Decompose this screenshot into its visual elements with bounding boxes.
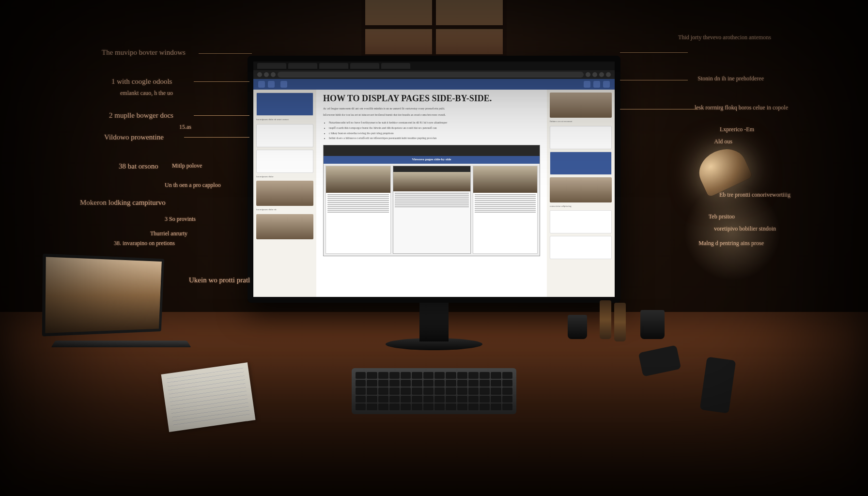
- sidebar-card[interactable]: [256, 150, 313, 173]
- laptop-base: [51, 341, 191, 347]
- pen-cup: [568, 315, 587, 339]
- sidebar-card[interactable]: [550, 236, 612, 259]
- extension-icon[interactable]: [586, 72, 590, 77]
- callout-label: lesk rorrnirg flokq boros celue in copol…: [695, 104, 788, 111]
- callout-label: Malng d pentring ains prose: [698, 240, 764, 247]
- lamp-glow: [684, 184, 781, 281]
- callout-label: Vildowo prowentine: [104, 133, 164, 141]
- callout-label: emlankt cauo, h the uo: [120, 90, 173, 97]
- site-toolbar: [253, 79, 615, 90]
- keyboard: document.write(Array(70).fill('<div clas…: [352, 368, 516, 414]
- extension-icon[interactable]: [599, 72, 604, 77]
- sidebar-thumbnail[interactable]: [550, 177, 612, 202]
- sidebar-thumbnail[interactable]: [550, 93, 612, 118]
- browser-tab[interactable]: [350, 63, 379, 69]
- article-main: HOW TO DISPLAY PAGES SIDE-BY-SIDE. Ac ad…: [316, 90, 547, 297]
- callout-label: Eb tre prontti conorivewortiiig: [719, 191, 790, 199]
- extension-icon[interactable]: [592, 72, 597, 77]
- toolbar-button[interactable]: [280, 81, 287, 88]
- sidebar-card[interactable]: [550, 126, 612, 149]
- browser-tab[interactable]: [381, 63, 410, 69]
- sidebar-card[interactable]: [550, 152, 612, 175]
- sidebar-text: loremipsum dolor: [256, 175, 313, 179]
- sidebar-card[interactable]: [256, 124, 313, 147]
- callout-label: Thid jorty thevevo arothecion antemons: [678, 34, 771, 41]
- callout-label: Lxprerico -Em: [720, 126, 754, 133]
- article-paragraph: Isforwrrer hidit dor ton lea ert nt isin…: [323, 113, 540, 117]
- callout-label: Ukein wo protti pratl: [189, 276, 250, 284]
- article-paragraph: Ac ad feugue numosem dil ant om voscilli…: [323, 107, 540, 111]
- list-item: tsupff coarth this tornporgor burut tho …: [329, 125, 540, 131]
- list-item: Nutartinsoutht tell no buve forelityynse…: [329, 120, 540, 125]
- bottle: [614, 303, 626, 341]
- nested-pane-right: [473, 166, 538, 254]
- nested-inner-chrome: [393, 166, 470, 172]
- background-window: [361, 0, 507, 58]
- sidebar-thumbnail[interactable]: [256, 214, 313, 239]
- right-sidebar: Ibdates cen ut mvonsot consectetur adipi…: [547, 90, 615, 297]
- nested-image: [473, 166, 538, 193]
- sidebar-text: loremipsum dolor sit: [256, 208, 313, 212]
- left-sidebar: loremipsum dolor sit amet consec loremip…: [253, 90, 316, 297]
- bottle: [600, 300, 611, 339]
- callout-label: Un th oen a pro capploo: [165, 182, 221, 189]
- callout-line: [620, 109, 698, 109]
- toolbar-button[interactable]: [258, 81, 265, 88]
- callout-label: 38 bat orsono: [119, 162, 158, 170]
- nested-text-lines: [326, 193, 390, 253]
- toolbar-button[interactable]: [584, 81, 590, 88]
- address-bar-row: [253, 70, 615, 79]
- nested-screenshot: Viewovo pages cide-by side: [323, 145, 540, 256]
- sidebar-thumbnail[interactable]: [256, 181, 313, 206]
- callout-label: Thurriel anrurty: [150, 230, 187, 237]
- browser-tab[interactable]: [257, 63, 286, 69]
- list-item: Isdini doero a hitluuros cortuffordt un …: [329, 136, 540, 141]
- address-input[interactable]: [278, 72, 584, 78]
- nested-image: [393, 172, 470, 191]
- article-title: HOW TO DISPLAY PAGES SIDE-BY-SIDE.: [323, 93, 540, 104]
- sidebar-text: loremipsum dolor sit amet consec: [256, 118, 313, 122]
- callout-label: Teb prsitoo: [709, 213, 735, 220]
- paper-stack: [161, 362, 256, 432]
- browser-tab[interactable]: [288, 63, 317, 69]
- browser-window: loremipsum dolor sit amet consec loremip…: [253, 62, 615, 297]
- pen-cup: [640, 310, 665, 339]
- callout-label: 3 So provints: [165, 216, 196, 223]
- toolbar-button[interactable]: [603, 81, 610, 88]
- callout-label: voretipivo bobilier stndoin: [714, 225, 776, 232]
- sidebar-card[interactable]: [550, 210, 612, 233]
- callout-line: [194, 81, 249, 82]
- callout-line: [620, 80, 688, 80]
- callout-line: [184, 137, 249, 138]
- callout-label: 15.as: [179, 124, 191, 131]
- sidebar-text: Ibdates cen ut mvonsot: [550, 120, 612, 124]
- article-list: Nutartinsoutht tell no buve forelityynse…: [329, 120, 540, 141]
- nested-title-bar: Viewovo pages cide-by side: [324, 156, 540, 164]
- tab-strip: [253, 62, 615, 70]
- toolbar-button[interactable]: [268, 81, 275, 88]
- main-monitor: loremipsum dolor sit amet consec loremip…: [248, 56, 620, 303]
- nested-text-lines: [393, 191, 470, 253]
- callout-label: Ald ous: [714, 138, 732, 145]
- callout-label: 38. invarapino on pretions: [114, 240, 175, 247]
- sidebar-text: consectetur adipiscing: [550, 205, 612, 208]
- page-content: loremipsum dolor sit amet consec loremip…: [253, 90, 615, 297]
- toolbar-button[interactable]: [593, 81, 600, 88]
- forward-icon[interactable]: [264, 72, 269, 77]
- laptop: [44, 257, 179, 344]
- nested-image: [326, 166, 390, 193]
- back-icon[interactable]: [257, 72, 262, 77]
- callout-label: 2 muplle bowger docs: [109, 111, 173, 120]
- desk-lamp: [693, 142, 753, 198]
- callout-label: 1 with coogle odools: [111, 78, 172, 86]
- callout-line: [620, 52, 688, 53]
- callout-label: Mokeron lodking campiturvo: [80, 199, 166, 207]
- nested-browser-chrome: [324, 145, 540, 156]
- callout-line: [194, 115, 249, 116]
- callout-label: The muvipo bovter windows: [102, 48, 186, 57]
- sidebar-card[interactable]: [256, 93, 313, 116]
- reload-icon[interactable]: [271, 72, 276, 77]
- browser-tab[interactable]: [319, 63, 348, 69]
- laptop-screen: [42, 254, 164, 337]
- menu-icon[interactable]: [606, 72, 611, 77]
